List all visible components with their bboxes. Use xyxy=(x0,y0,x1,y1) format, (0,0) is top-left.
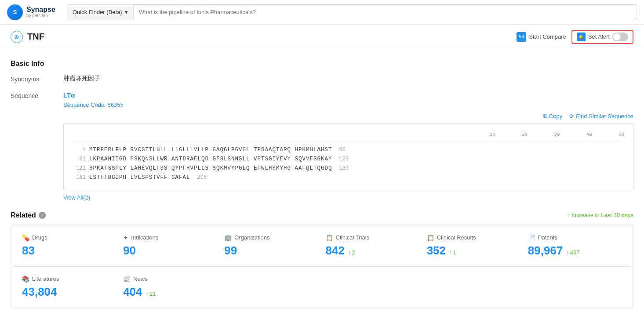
alert-toggle[interactable] xyxy=(612,33,628,41)
logo-sub: by patsnap xyxy=(26,13,55,18)
search-input[interactable] xyxy=(134,9,637,15)
sequence-code: Sequence Code: 56355 xyxy=(63,102,633,108)
seq-data-1: MTPPERLFLP RVCGTTLHLL LLGLLLVLLP GAQGLPG… xyxy=(89,145,332,155)
view-all-link[interactable]: View All(2) xyxy=(63,194,90,201)
clinical-results-header: 📋 Clinical Results xyxy=(427,234,521,241)
related-clinical-results[interactable]: 📋 Clinical Results 352 ↑1 xyxy=(427,234,521,257)
search-type-label: Quick Finder (Beta) xyxy=(73,9,122,15)
clinical-results-increase: ↑1 xyxy=(449,249,456,256)
find-similar-label: Find Similar Sequence xyxy=(576,113,633,120)
news-icon: 📰 xyxy=(123,276,131,283)
related-grid-row2: 📚 Literatures 43,804 📰 News 404 ↑21 xyxy=(11,267,633,308)
patents-label: Patents xyxy=(538,234,557,241)
ruler-10: 10 xyxy=(490,131,495,139)
ruler-20: 20 xyxy=(522,131,528,139)
main-content: Basic Info Synonyms 肿瘤坏死因子 Sequence LTα … xyxy=(0,49,644,319)
synonyms-value: 肿瘤坏死因子 xyxy=(63,75,633,83)
page-title-area: ⊕ TNF xyxy=(11,31,44,43)
start-compare-button[interactable]: VS Start Compare xyxy=(517,32,566,42)
indications-icon: ✦ xyxy=(123,234,128,241)
literatures-count: 43,804 xyxy=(22,285,116,299)
news-header: 📰 News xyxy=(123,276,217,283)
patents-count-area: 89,967 ↑467 xyxy=(528,244,622,257)
synonyms-label: Synonyms xyxy=(11,75,63,83)
news-count-area: 404 ↑21 xyxy=(123,285,217,299)
related-news[interactable]: 📰 News 404 ↑21 xyxy=(123,276,217,299)
drugs-icon: 💊 xyxy=(22,234,29,241)
clinical-trials-label: Clinical Trials xyxy=(336,234,370,241)
copy-icon: ⧉ xyxy=(543,112,547,120)
seq-data-4: LSTHTDGIPH LVLSPSTVFF GAFAL xyxy=(89,173,190,182)
related-literatures[interactable]: 📚 Literatures 43,804 xyxy=(22,276,116,299)
organizations-header: 🏢 Organizations xyxy=(224,234,318,241)
set-alert-button[interactable]: 🔔 Set Alert xyxy=(571,30,633,44)
logo-text: Synapse by patsnap xyxy=(26,6,55,18)
arrow-up-icon: ↑ xyxy=(567,212,570,218)
clinical-trials-header: 📋 Clinical Trials xyxy=(326,234,420,241)
synonyms-row: Synonyms 肿瘤坏死因子 xyxy=(11,75,633,83)
sequence-ruler: 000 10 20 30 40 50 xyxy=(73,131,624,142)
compare-icon: VS xyxy=(517,32,526,42)
related-header: Related i ↑ Increase in Last 30 days xyxy=(11,211,633,219)
sequence-row: Sequence LTα Sequence Code: 56355 ⧉ Copy… xyxy=(11,91,633,201)
seq-end-2: 120 xyxy=(339,155,353,163)
related-info-icon: i xyxy=(39,212,46,219)
seq-start-2: 61 xyxy=(73,155,86,163)
related-indications[interactable]: ✦ Indications 90 xyxy=(123,234,217,257)
find-similar-button[interactable]: ⟳ Find Similar Sequence xyxy=(569,112,633,120)
seq-start-4: 181 xyxy=(73,173,86,182)
logo-icon: S xyxy=(7,4,23,20)
patents-increase: ↑467 xyxy=(566,249,579,256)
related-title: Related xyxy=(11,211,36,219)
seq-line-1: 1 MTPPERLFLP RVCGTTLHLL LLGLLLVLLP GAQGL… xyxy=(73,145,624,155)
organizations-icon: 🏢 xyxy=(224,234,232,241)
indications-count: 90 xyxy=(123,244,217,257)
literatures-icon: 📚 xyxy=(22,276,29,283)
seq-end-3: 180 xyxy=(339,164,353,173)
organizations-count: 99 xyxy=(224,244,318,257)
copy-label: Copy xyxy=(549,113,562,120)
clinical-results-icon: 📋 xyxy=(427,234,434,241)
page-title: TNF xyxy=(27,32,44,42)
news-label: News xyxy=(133,276,148,282)
sequence-label: Sequence xyxy=(11,91,63,201)
ruler-30: 30 xyxy=(554,131,560,139)
logo-main: Synapse xyxy=(26,6,55,13)
patents-count: 89,967 xyxy=(528,244,563,257)
sequence-actions: ⧉ Copy ⟳ Find Similar Sequence xyxy=(63,112,633,120)
target-icon: ⊕ xyxy=(11,31,23,43)
related-clinical-trials[interactable]: 📋 Clinical Trials 842 ↑2 xyxy=(326,234,420,257)
search-bar: Quick Finder (Beta) ▾ xyxy=(67,4,637,20)
literatures-label: Literatures xyxy=(32,276,59,282)
clinical-trials-icon: 📋 xyxy=(326,234,333,241)
clinical-results-label: Clinical Results xyxy=(437,234,476,241)
copy-button[interactable]: ⧉ Copy xyxy=(543,112,562,120)
related-organizations[interactable]: 🏢 Organizations 99 xyxy=(224,234,318,257)
drugs-label: Drugs xyxy=(32,234,47,241)
sequence-content: LTα Sequence Code: 56355 ⧉ Copy ⟳ Find S… xyxy=(63,91,633,201)
clinical-trials-count: 842 xyxy=(326,244,345,257)
related-drugs[interactable]: 💊 Drugs 83 xyxy=(22,234,116,257)
indications-label: Indications xyxy=(131,234,158,241)
top-nav: S Synapse by patsnap Quick Finder (Beta)… xyxy=(0,0,644,25)
clinical-trials-increase: ↑2 xyxy=(348,249,355,256)
find-similar-icon: ⟳ xyxy=(569,113,574,120)
ruler-positions: 10 20 30 40 50 xyxy=(485,131,624,139)
drugs-count: 83 xyxy=(22,244,116,257)
alert-icon: 🔔 xyxy=(577,33,586,41)
search-type-button[interactable]: Quick Finder (Beta) ▾ xyxy=(67,5,134,20)
set-alert-label: Set Alert xyxy=(588,33,610,40)
patents-header: 📄 Patents xyxy=(528,234,622,241)
related-patents[interactable]: 📄 Patents 89,967 ↑467 xyxy=(528,234,622,257)
seq-line-3: 121 SPKATSSPLY LAHEVQLFSS QYPFHVPLLS SQK… xyxy=(73,164,624,173)
increase-text: ↑ Increase in Last 30 days xyxy=(567,212,633,218)
seq-end-4: 205 xyxy=(197,173,211,182)
seq-start-3: 121 xyxy=(73,164,86,173)
sequence-name: LTα xyxy=(63,91,633,99)
related-grid-row1: 💊 Drugs 83 ✦ Indications 90 🏢 Organizati… xyxy=(11,225,633,267)
news-increase: ↑21 xyxy=(146,290,156,297)
literatures-header: 📚 Literatures xyxy=(22,276,116,283)
header-actions: VS Start Compare 🔔 Set Alert xyxy=(517,30,633,44)
seq-data-3: SPKATSSPLY LAHEVQLFSS QYPFHVPLLS SQKMVYP… xyxy=(89,164,332,173)
indications-header: ✦ Indications xyxy=(123,234,217,241)
